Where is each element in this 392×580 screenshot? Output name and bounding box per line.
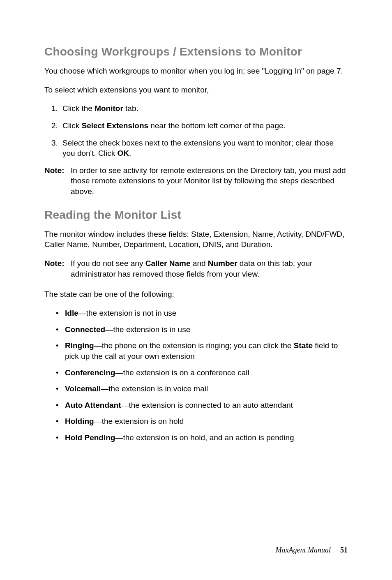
- state-list: Idle—the extension is not in use Connect…: [44, 308, 348, 443]
- monitor-bold: Monitor: [95, 104, 123, 113]
- text: Click the: [62, 104, 95, 113]
- voicemail-bold: Voicemail: [65, 384, 101, 393]
- text: —the extension is on hold, and an action…: [115, 433, 294, 442]
- text: and: [191, 259, 208, 268]
- hold-pending-bold: Hold Pending: [65, 433, 115, 442]
- state-conferencing: Conferencing—the extension is on a confe…: [56, 367, 348, 378]
- step-2: Click Select Extensions near the bottom …: [60, 120, 348, 131]
- note-remote-ext: Note: In order to see activity for remot…: [44, 165, 348, 197]
- text: tab.: [123, 104, 138, 113]
- para-choosing-intro: You choose which workgroups to monitor w…: [44, 66, 348, 76]
- note-label: Note:: [44, 258, 71, 279]
- step-1: Click the Monitor tab.: [60, 103, 348, 114]
- para-state-lead: The state can be one of the following:: [44, 289, 348, 300]
- state-auto-attendant: Auto Attendant—the extension is connecte…: [56, 400, 348, 411]
- select-ext-bold: Select Extensions: [81, 121, 148, 130]
- state-hold-pending: Hold Pending—the extension is on hold, a…: [56, 432, 348, 443]
- note-caller-fields: Note: If you do not see any Caller Name …: [44, 258, 348, 279]
- ok-bold: OK: [118, 149, 129, 157]
- text: —the extension is in use: [105, 325, 190, 334]
- text: .: [129, 149, 131, 157]
- text: If you do not see any: [71, 259, 145, 268]
- note-body: In order to see activity for remote exte…: [71, 165, 348, 197]
- state-field-bold: State: [294, 341, 313, 350]
- page-number: 51: [340, 546, 348, 554]
- state-idle: Idle—the extension is not in use: [56, 308, 348, 319]
- conferencing-bold: Conferencing: [65, 368, 115, 377]
- state-connected: Connected—the extension is in use: [56, 324, 348, 335]
- text: Click: [62, 121, 81, 130]
- text: Select the check boxes next to the exten…: [62, 139, 334, 158]
- state-ringing: Ringing—the phone on the extension is ri…: [56, 340, 348, 361]
- page: Choosing Workgroups / Extensions to Moni…: [0, 0, 392, 580]
- caller-name-bold: Caller Name: [145, 259, 191, 268]
- text: —the extension is not in use: [78, 309, 177, 317]
- step-3: Select the check boxes next to the exten…: [60, 138, 348, 159]
- state-voicemail: Voicemail—the extension is in voice mail: [56, 384, 348, 394]
- connected-bold: Connected: [65, 325, 105, 334]
- note-label: Note:: [44, 165, 71, 197]
- book-title: MaxAgent Manual: [276, 546, 331, 554]
- heading-reading: Reading the Monitor List: [44, 208, 348, 222]
- text: —the extension is on hold: [94, 417, 184, 425]
- page-footer: MaxAgent Manual 51: [276, 546, 348, 555]
- text: —the phone on the extension is ringing; …: [94, 341, 294, 350]
- heading-choosing: Choosing Workgroups / Extensions to Moni…: [44, 45, 348, 58]
- text: —the extension is in voice mail: [101, 384, 208, 393]
- text: near the bottom left corner of the page.: [148, 121, 286, 130]
- para-monitor-fields: The monitor window includes these fields…: [44, 229, 348, 250]
- auto-attendant-bold: Auto Attendant: [65, 401, 121, 409]
- ringing-bold: Ringing: [65, 341, 94, 350]
- para-select-ext-lead: To select which extensions you want to m…: [44, 85, 348, 95]
- holding-bold: Holding: [65, 417, 94, 425]
- state-holding: Holding—the extension is on hold: [56, 416, 348, 427]
- idle-bold: Idle: [65, 309, 78, 317]
- number-bold: Number: [208, 259, 238, 268]
- text: —the extension is on a conference call: [115, 368, 249, 377]
- ordered-steps: Click the Monitor tab. Click Select Exte…: [44, 103, 348, 159]
- note-body: If you do not see any Caller Name and Nu…: [71, 258, 348, 279]
- text: —the extension is connected to an auto a…: [121, 401, 293, 409]
